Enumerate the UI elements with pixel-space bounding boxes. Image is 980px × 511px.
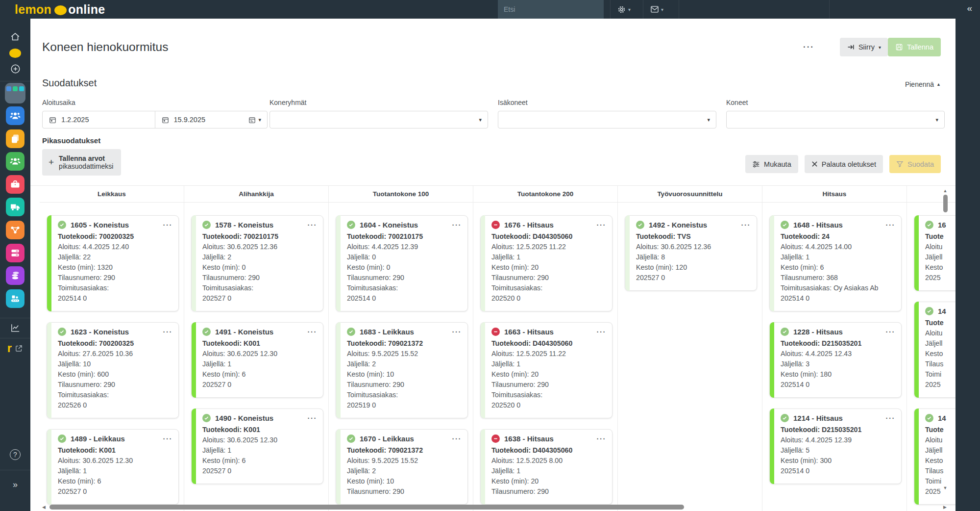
koneet-select[interactable]: ▾ [726, 111, 945, 128]
sidebar-divider [0, 470, 30, 470]
kanban-card[interactable]: 16···TuoteAloituJäljellKesto2025 [914, 215, 956, 291]
column-header: Hitsaus [762, 186, 906, 203]
kanban-card[interactable]: 1676 - Hitsaus···Tuotekoodi: D404305060A… [480, 215, 612, 311]
card-field-partial: Tilaus [925, 359, 956, 369]
sidebar-app-finance[interactable] [0, 266, 30, 285]
kanban-card[interactable]: 1228 - Hitsaus···Tuotekoodi: D215035201A… [769, 322, 902, 398]
start-date-input[interactable]: 1.2.2025 [43, 111, 155, 128]
sidebar-app-contacts[interactable] [0, 106, 30, 125]
collapse-filters-link[interactable]: Pienennä ▲ [905, 80, 941, 88]
card-edge [770, 215, 774, 311]
scroll-down-icon[interactable]: ▼ [943, 486, 948, 490]
kanban-card[interactable]: 1491 - Koneistus···Tuotekoodi: K001Aloit… [191, 322, 323, 398]
sidebar-app-logistics[interactable] [0, 198, 30, 216]
card-menu-button[interactable]: ··· [886, 221, 896, 229]
tallenna-button[interactable]: Tallenna [888, 38, 941, 56]
sidebar-app-group-tile[interactable] [0, 84, 30, 102]
start-date-value: 1.2.2025 [61, 116, 89, 124]
card-menu-button[interactable]: ··· [308, 328, 318, 336]
date-picker-button[interactable]: ▾ [248, 116, 261, 124]
sidebar-app-production[interactable] [0, 289, 30, 308]
card-field-footer: 202527 0 [202, 466, 317, 476]
isakoneet-select[interactable]: ▾ [498, 111, 716, 128]
card-menu-button[interactable]: ··· [597, 221, 607, 229]
card-field-jaljella: Jäljellä: 1 [491, 252, 606, 262]
yellow-dot-icon [9, 49, 21, 58]
card-menu-button[interactable]: ··· [452, 221, 462, 229]
kanban-card[interactable]: 1623 - Koneistus···Tuotekoodi: 700200325… [47, 322, 179, 418]
kanban-card[interactable]: 1683 - Leikkaus···Tuotekoodi: 709021372A… [336, 322, 468, 418]
horizontal-scroll-thumb[interactable] [49, 505, 684, 510]
suodata-button[interactable]: Suodata [889, 155, 941, 173]
scroll-right-icon[interactable]: ▶ [943, 505, 947, 510]
status-check-icon [925, 221, 933, 229]
logo-lemon: lemon [15, 2, 51, 17]
search-input[interactable] [498, 0, 604, 19]
horizontal-scroll-track[interactable] [49, 504, 939, 510]
sidebar-app-toolbox[interactable] [0, 175, 30, 194]
kanban-card[interactable]: 14···TuoteAloituJäljellKestoTilausToimi2… [914, 409, 956, 505]
card-title: 1604 - Koneistus [360, 221, 448, 229]
card-menu-button[interactable]: ··· [452, 328, 462, 336]
kanban-card[interactable]: 1638 - Hitsaus···Tuotekoodi: D404305060A… [480, 429, 612, 505]
kanban-card[interactable]: 1663 - Hitsaus···Tuotekoodi: D404305060A… [480, 322, 612, 418]
status-check-icon [202, 414, 211, 422]
mini-app-icon [13, 86, 18, 91]
kanban-card[interactable]: 1492 - Koneistus···Tuotekoodi: TVSAloitu… [625, 215, 757, 291]
header-more-button[interactable]: ··· [803, 42, 814, 52]
kanban-card[interactable]: 1489 - Leikkaus···Tuotekoodi: K001Aloitu… [47, 429, 179, 505]
mukauta-button[interactable]: Mukauta [745, 155, 798, 173]
kanban-card[interactable]: 14···TuoteAloituJäljellKestoTilausToimi2… [914, 302, 956, 398]
sliders-icon [752, 160, 760, 168]
card-menu-button[interactable]: ··· [308, 221, 318, 229]
card-menu-button[interactable]: ··· [163, 434, 173, 443]
vertical-scroll-thumb[interactable] [943, 195, 948, 212]
save-quick-filter-button[interactable]: + Tallenna arvot pikasuodattimeksi [42, 149, 121, 176]
card-menu-button[interactable]: ··· [741, 221, 751, 229]
kanban-card[interactable]: 1605 - Koneistus···Tuotekoodi: 700200325… [47, 215, 179, 311]
x-icon [811, 161, 818, 167]
mail-button[interactable]: ▾ [650, 0, 663, 19]
settings-button[interactable]: ▾ [616, 0, 631, 19]
palauta-button[interactable]: Palauta oletukset [805, 155, 883, 173]
card-field-aloitus: Aloitus: 9.5.2025 15.52 [347, 456, 462, 466]
kanban-card[interactable]: 1490 - Koneistus···Tuotekoodi: K001Aloit… [191, 409, 323, 484]
card-menu-button[interactable]: ··· [597, 434, 607, 443]
card-field-footer: 202527 0 [202, 293, 317, 304]
kanban-card[interactable]: 1578 - Koneistus···Tuotekoodi: 700210175… [191, 215, 323, 311]
kanban-card[interactable]: 1604 - Koneistus···Tuotekoodi: 700210175… [336, 215, 468, 311]
card-menu-button[interactable]: ··· [163, 328, 173, 336]
card-field-kesto: Kesto (min): 180 [781, 369, 895, 380]
card-menu-button[interactable]: ··· [597, 328, 607, 336]
sidebar-help-button[interactable]: ? [0, 445, 30, 464]
collapse-filters-label: Pienennä [905, 80, 934, 88]
siirry-button[interactable]: Siirry ▾ [840, 38, 888, 56]
sidebar-app-registers[interactable] [0, 244, 30, 262]
collapse-left-icon[interactable]: « [967, 3, 972, 14]
sidebar-reports-button[interactable] [0, 318, 30, 337]
scroll-left-icon[interactable]: ◀ [42, 505, 46, 510]
sidebar-app-documents[interactable] [0, 129, 30, 148]
sidebar-add-button[interactable] [0, 59, 30, 78]
sidebar-app-network[interactable] [0, 221, 30, 239]
sidebar-expand-button[interactable]: » [0, 475, 30, 494]
card-title: 1676 - Hitsaus [504, 221, 592, 229]
card-edge [47, 429, 51, 505]
sidebar-app-customers[interactable] [0, 152, 30, 171]
scroll-up-icon[interactable]: ▲ [943, 189, 948, 193]
card-field-tuotekoodi: Tuotekoodi: 709021372 [347, 338, 462, 349]
card-menu-button[interactable]: ··· [886, 328, 896, 336]
kanban-card[interactable]: 1214 - Hitsaus···Tuotekoodi: D215035201A… [769, 409, 902, 484]
card-menu-button[interactable]: ··· [163, 221, 173, 229]
card-field-jaljella: Jäljellä: 10 [58, 359, 172, 369]
card-menu-button[interactable]: ··· [452, 434, 462, 443]
card-menu-button[interactable]: ··· [886, 414, 896, 422]
sidebar-r-link[interactable]: r [0, 339, 30, 358]
card-title: 1683 - Leikkaus [360, 328, 448, 336]
koneryhmat-select[interactable]: ▾ [270, 111, 488, 128]
card-field-tuotekoodi: Tuotekoodi: 700200325 [58, 338, 172, 349]
card-menu-button[interactable]: ··· [308, 414, 318, 422]
end-date-input[interactable]: 15.9.2025 ▾ [155, 111, 268, 128]
kanban-card[interactable]: 1670 - Leikkaus···Tuotekoodi: 709021372A… [336, 429, 468, 505]
kanban-card[interactable]: 1648 - Hitsaus···Tuotekoodi: 24Aloitus: … [769, 215, 902, 311]
